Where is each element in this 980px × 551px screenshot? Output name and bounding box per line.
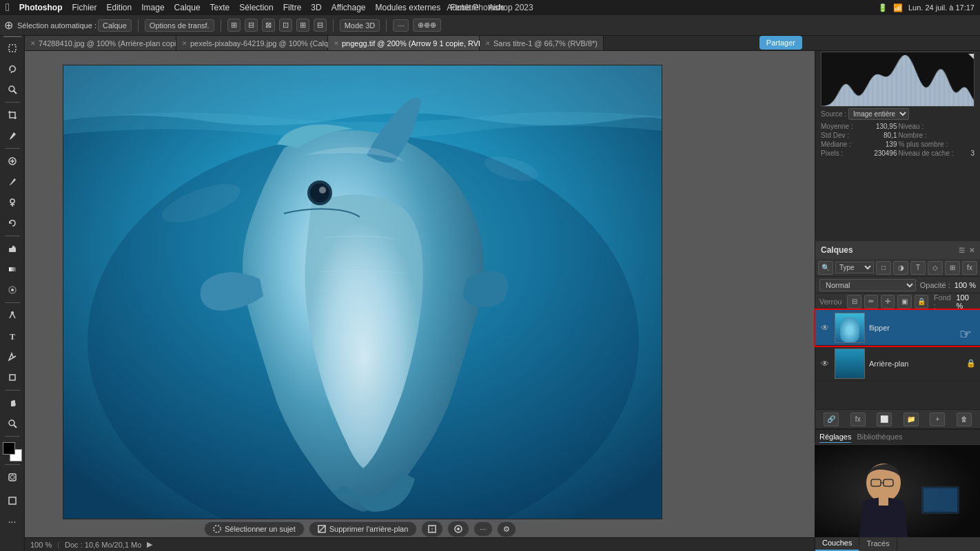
align-left-btn[interactable]: ⊞	[227, 19, 241, 32]
fill-value[interactable]: 100 %	[956, 293, 976, 310]
reglages-tab[interactable]: Réglages	[819, 433, 851, 443]
delete-layer-btn[interactable]: 🗑	[957, 413, 972, 426]
lock-position-btn[interactable]: ✛	[881, 295, 895, 309]
eraser-tool[interactable]	[3, 239, 22, 258]
menu-fichier[interactable]: Fichier	[72, 3, 97, 12]
tab-1[interactable]: ✕ pexels-pixabay-64219.jpg @ 100% (Calqu…	[176, 36, 328, 50]
menu-edition[interactable]: Edition	[107, 3, 132, 12]
menu-texte[interactable]: Texte	[210, 3, 230, 12]
crop-tool[interactable]	[3, 105, 22, 125]
blur-tool[interactable]	[3, 280, 22, 300]
color-picker[interactable]	[3, 442, 22, 461]
path-select-tool[interactable]	[3, 347, 22, 366]
layer-item-background[interactable]: 👁 Arrière-plan 🔒	[815, 346, 980, 382]
pen-tool[interactable]	[3, 306, 22, 325]
lasso-tool[interactable]	[3, 59, 22, 79]
new-group-btn[interactable]: 📁	[904, 413, 919, 426]
couches-tab[interactable]: Couches	[815, 535, 859, 551]
layer-item-flipper[interactable]: 👁 flipper ☞	[815, 310, 980, 346]
calque-dropdown[interactable]: Calque	[98, 19, 132, 32]
menu-aide[interactable]: Aide	[489, 3, 505, 12]
tool-options-select[interactable]: Sélection automatique : Calque	[17, 19, 132, 32]
status-arrow[interactable]: ▶	[147, 540, 152, 549]
layer-visibility-eye-1[interactable]: 👁	[819, 322, 830, 333]
gradient-tool[interactable]	[3, 260, 22, 279]
remove-bg-btn[interactable]: Supprimer l'arrière-plan	[309, 521, 418, 537]
move-tool-icon[interactable]: ⊕	[4, 19, 13, 32]
lock-all-btn[interactable]: 🔒	[915, 295, 928, 309]
layer-fx-btn[interactable]: fx	[850, 413, 866, 426]
menu-filtre[interactable]: Filtre	[283, 3, 302, 12]
align-right-btn[interactable]: ⊠	[262, 19, 275, 32]
eyedropper-tool[interactable]	[3, 126, 22, 145]
select-subject-btn[interactable]: Sélectionner un sujet	[204, 521, 305, 537]
tab-0[interactable]: ✕ 74288410.jpg @ 100% (Arrière-plan copi…	[25, 36, 176, 50]
healing-tool[interactable]	[3, 152, 22, 171]
brush-tool[interactable]	[3, 172, 22, 191]
magic-wand-tool[interactable]	[3, 80, 22, 99]
align-bottom-btn[interactable]: ⊟	[314, 19, 327, 32]
bibliotheques-tab[interactable]: Bibliothèques	[857, 433, 902, 443]
layer-type-select[interactable]: Type	[835, 262, 874, 273]
add-mask-btn[interactable]: ⬜	[877, 413, 892, 426]
brush-contextual-btn[interactable]	[447, 521, 469, 537]
menu-image[interactable]: Image	[141, 3, 164, 12]
more-icons-btn[interactable]: ⊕⊕⊕	[413, 19, 441, 32]
transform-options-btn[interactable]: Options de transf.	[145, 19, 214, 32]
text-tool[interactable]: T	[3, 326, 22, 346]
layer-pixel-icon[interactable]: □	[876, 261, 891, 275]
layers-collapse-icon[interactable]: ✕	[969, 247, 974, 254]
layer-text-icon[interactable]: T	[910, 261, 926, 275]
shape-tool[interactable]	[3, 368, 22, 387]
link-layers-btn[interactable]: 🔗	[824, 413, 839, 426]
apple-menu[interactable]: 	[6, 1, 10, 14]
layer-search-icon[interactable]: 🔍	[818, 261, 833, 275]
mode-3d-btn[interactable]: Mode 3D	[340, 19, 380, 32]
new-layer-btn[interactable]: +	[930, 413, 945, 426]
marquee-tool[interactable]	[3, 39, 22, 58]
source-select[interactable]: Image entière	[848, 108, 909, 120]
blend-mode-select[interactable]: Normal	[819, 279, 916, 291]
more-options-btn[interactable]: ···	[393, 19, 409, 32]
hand-tool[interactable]	[3, 393, 22, 413]
canvas-area[interactable]: Sélectionner un sujet Supprimer l'arrièr…	[25, 51, 853, 551]
lock-artboard-btn[interactable]: ▣	[897, 295, 911, 309]
layers-menu-icon[interactable]: ☰	[959, 247, 965, 254]
menu-selection[interactable]: Sélection	[239, 3, 273, 12]
tab-3[interactable]: ✕ Sans titre-1 @ 66,7% (RVB/8*)	[480, 36, 604, 50]
canvas-document[interactable]	[63, 65, 662, 519]
traces-tab[interactable]: Tracés	[859, 535, 897, 551]
menu-3d[interactable]: 3D	[311, 3, 321, 12]
layer-shape-icon[interactable]: ◇	[928, 261, 943, 275]
screen-mode-btn[interactable]	[3, 491, 22, 510]
layer-smart-icon[interactable]: ⊞	[945, 261, 960, 275]
zoom-tool[interactable]	[3, 414, 22, 433]
layers-panel-header[interactable]: Calques ☰ ✕	[815, 241, 980, 259]
layer-name-2[interactable]: Arrière-plan	[869, 360, 962, 368]
layer-visibility-eye-2[interactable]: 👁	[819, 358, 830, 369]
layer-adj-icon[interactable]: ◑	[893, 261, 908, 275]
lock-paint-btn[interactable]: ✏	[864, 295, 878, 309]
transform-btn[interactable]	[421, 521, 443, 537]
share-button[interactable]: Partager	[759, 36, 802, 50]
more-contextual-btn[interactable]: ···	[473, 521, 492, 537]
doc-info: Doc : 10,6 Mo/20,1 Mo	[65, 541, 141, 549]
mask-mode-btn[interactable]	[3, 468, 22, 487]
clone-stamp-tool[interactable]	[3, 193, 22, 212]
menu-affichage[interactable]: Affichage	[331, 3, 366, 12]
opacity-value[interactable]: 100 %	[955, 281, 976, 289]
align-mid-btn[interactable]: ⊞	[296, 19, 309, 32]
foreground-color[interactable]	[3, 442, 15, 455]
extra-tools-btn[interactable]: ···	[3, 512, 22, 531]
tab-2[interactable]: ✕ pngegg.tif @ 200% (Arrow 9 1 copie, RV…	[328, 36, 480, 50]
menu-fenetre[interactable]: Fenêtre	[450, 3, 478, 12]
menu-calque[interactable]: Calque	[174, 3, 201, 12]
svg-text:T: T	[10, 332, 15, 341]
align-top-btn[interactable]: ⊡	[279, 19, 292, 32]
align-center-btn[interactable]: ⊟	[245, 19, 258, 32]
lock-transparent-btn[interactable]: ⊟	[847, 295, 861, 309]
layer-fx-icon[interactable]: fx	[962, 261, 977, 275]
menu-modules[interactable]: Modules externes	[376, 3, 441, 12]
history-brush-tool[interactable]	[3, 214, 22, 233]
settings-contextual-btn[interactable]: ⚙	[497, 521, 516, 537]
